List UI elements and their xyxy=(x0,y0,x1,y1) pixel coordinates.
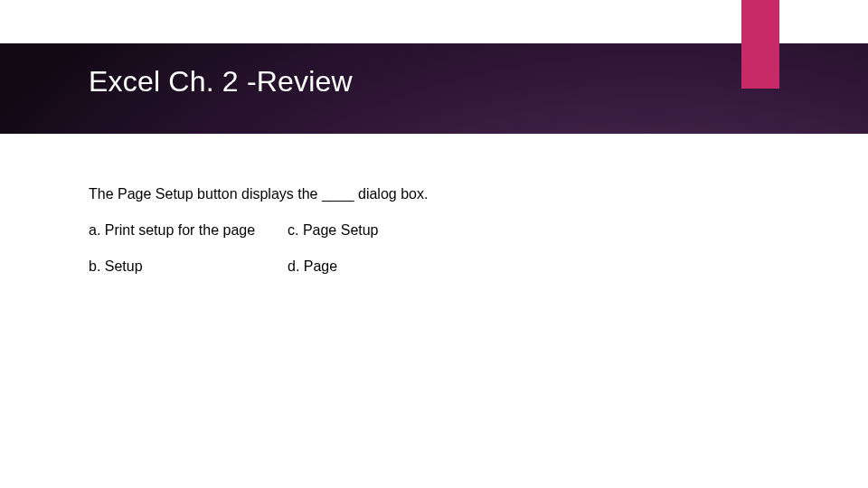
question-text: The Page Setup button displays the ____ … xyxy=(89,186,428,202)
option-b: b. Setup xyxy=(89,258,288,275)
option-d: d. Page xyxy=(288,258,337,275)
option-a: a. Print setup for the page xyxy=(89,222,288,239)
accent-block xyxy=(741,0,779,89)
option-c: c. Page Setup xyxy=(288,222,379,239)
options-grid: a. Print setup for the page c. Page Setu… xyxy=(89,222,379,295)
options-row-1: a. Print setup for the page c. Page Setu… xyxy=(89,222,379,239)
options-row-2: b. Setup d. Page xyxy=(89,258,379,275)
slide-title: Excel Ch. 2 -Review xyxy=(89,65,353,99)
